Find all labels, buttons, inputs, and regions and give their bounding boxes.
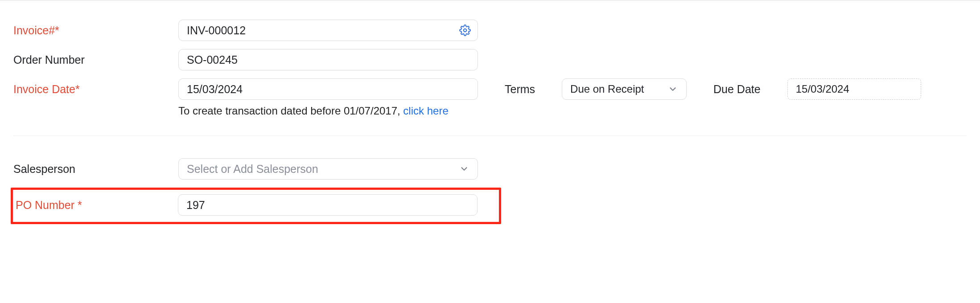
invoice-form: Invoice#* Order Number Invoice Date* To … (0, 3, 980, 233)
terms-select[interactable]: Due on Receipt (562, 78, 687, 100)
invoice-date-field-wrap (178, 78, 478, 100)
invoice-number-field-wrap (178, 20, 478, 41)
invoice-date-help-link[interactable]: click here (403, 105, 448, 117)
order-number-field-wrap (178, 49, 478, 70)
label-order-number: Order Number (13, 49, 178, 70)
salesperson-placeholder: Select or Add Salesperson (187, 163, 318, 176)
gear-icon[interactable] (459, 24, 471, 37)
due-date-value: 15/03/2024 (796, 83, 849, 95)
due-date-group: Due Date 15/03/2024 (713, 78, 921, 100)
terms-group: Terms Due on Receipt (505, 78, 687, 100)
po-number-highlight: PO Number * (11, 188, 501, 224)
invoice-date-help: To create transaction dated before 01/07… (178, 104, 478, 118)
label-due-date: Due Date (713, 83, 761, 96)
section-divider (13, 135, 967, 136)
due-date-display[interactable]: 15/03/2024 (787, 78, 921, 100)
row-invoice-number: Invoice#* (13, 20, 967, 41)
row-invoice-date: Invoice Date* To create transaction date… (13, 78, 967, 118)
row-salesperson: Salesperson Select or Add Salesperson (13, 158, 967, 180)
invoice-date-input[interactable] (187, 79, 469, 99)
label-salesperson: Salesperson (13, 158, 178, 180)
po-number-field-wrap (178, 194, 478, 216)
label-po-number: PO Number * (13, 194, 178, 216)
order-number-input[interactable] (187, 49, 469, 70)
label-invoice-number: Invoice#* (13, 20, 178, 41)
svg-point-0 (464, 29, 467, 32)
invoice-number-input[interactable] (187, 20, 469, 41)
label-terms: Terms (505, 83, 535, 96)
chevron-down-icon (667, 84, 678, 94)
salesperson-select[interactable]: Select or Add Salesperson (178, 158, 478, 180)
label-invoice-date: Invoice Date* (13, 78, 178, 100)
po-number-input[interactable] (186, 195, 469, 215)
chevron-down-icon (459, 164, 469, 174)
terms-value: Due on Receipt (570, 83, 644, 95)
invoice-date-help-text: To create transaction dated before 01/07… (178, 105, 403, 117)
row-order-number: Order Number (13, 49, 967, 70)
